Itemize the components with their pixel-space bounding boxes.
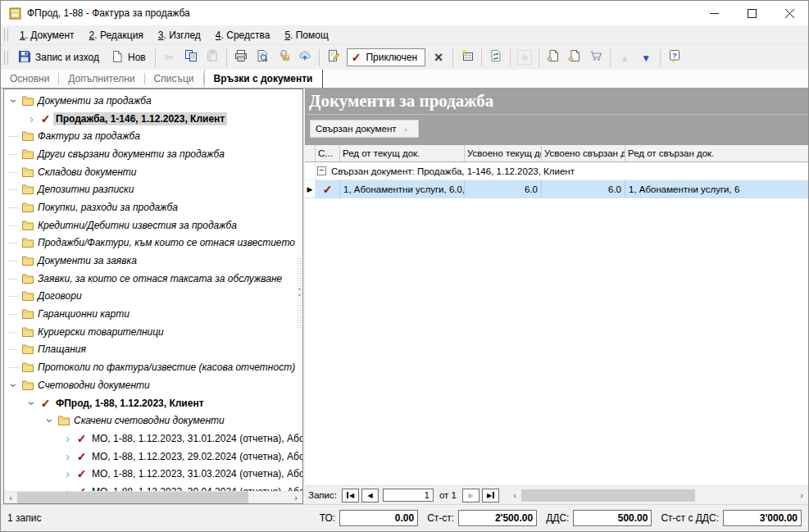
scroll-right-icon[interactable]: › xyxy=(795,490,808,501)
toolbar-grip[interactable] xyxy=(4,51,8,65)
chevron-down-icon[interactable]: › xyxy=(26,397,38,409)
column-header[interactable]: Усвоено текущ док. xyxy=(465,145,542,161)
menu-item-5[interactable]: 5. Помощ xyxy=(277,27,335,43)
scroll-right-icon[interactable]: › xyxy=(289,493,302,503)
copy-button[interactable] xyxy=(180,48,202,67)
attachments-button[interactable] xyxy=(273,48,294,67)
table-row[interactable]: ▶✓1, Абонаментни услуги, 6.0, бр6.06.01,… xyxy=(305,180,808,198)
tree-item[interactable]: ›Документи за продажба xyxy=(4,92,302,110)
row-indicator-header xyxy=(305,145,316,161)
toolbar-separator xyxy=(510,49,511,66)
tree-item[interactable]: ›✓ФПрод, 1-88, 1.12.2023, Клиент xyxy=(4,394,302,412)
new-table-button[interactable] xyxy=(457,48,478,67)
tree-horizontal-scrollbar[interactable]: ‹ › xyxy=(4,491,302,503)
chevron-down-icon[interactable]: › xyxy=(8,94,20,107)
tab-vrazki-s-dokumenti[interactable]: Връзки с документи xyxy=(204,70,323,88)
scroll-left-icon[interactable]: ‹ xyxy=(4,493,17,503)
clear-button[interactable]: × xyxy=(428,48,449,67)
tree-item-label: Продажба, 1-146, 1.12.2023, Клиент xyxy=(53,112,227,125)
arrow-down-icon: ▼ xyxy=(641,50,651,65)
last-record-button[interactable]: ▶ xyxy=(482,489,499,502)
status-field-value[interactable]: 2'500.00 xyxy=(458,510,537,526)
menu-item-1[interactable]: 1. Документ xyxy=(12,27,82,43)
tree-item[interactable]: Протоколи по фактура/известие (касова от… xyxy=(4,358,302,376)
doc-copy2-button[interactable] xyxy=(564,48,585,67)
grid-horizontal-scrollbar[interactable]: ‹ › xyxy=(508,489,808,502)
new-button-label: Нов xyxy=(128,52,146,63)
tree-item[interactable]: Продажби/Фактури, към които се отнася из… xyxy=(4,234,302,252)
tree-item[interactable]: Складови документи xyxy=(4,163,302,181)
tab-osnovni[interactable]: Основни xyxy=(1,70,58,88)
help-button[interactable]: ? xyxy=(664,48,685,67)
cart-icon xyxy=(589,49,602,66)
chevron-right-icon[interactable]: › xyxy=(61,451,74,462)
minimize-button[interactable] xyxy=(695,1,733,25)
scroll-left-icon[interactable]: ‹ xyxy=(508,490,521,501)
print-preview-button[interactable] xyxy=(252,48,273,67)
status-field-value[interactable]: 500.00 xyxy=(573,510,652,526)
maximize-button[interactable] xyxy=(733,1,770,25)
record-number-input[interactable] xyxy=(383,489,434,502)
tree-item[interactable]: Плащания xyxy=(4,341,302,359)
move-down-button[interactable]: ▼ xyxy=(635,48,657,67)
scrollbar-thumb[interactable] xyxy=(521,489,695,502)
tree-item[interactable]: Депозитни разписки xyxy=(4,180,302,198)
first-record-button[interactable]: ◀ xyxy=(342,489,359,502)
chevron-right-icon[interactable]: › xyxy=(25,113,38,125)
tree-item[interactable]: Гаранционни карти xyxy=(4,305,302,323)
tree-item[interactable]: Фактури за продажба xyxy=(4,127,302,145)
edit-note-button[interactable] xyxy=(323,48,344,67)
chevron-right-icon[interactable]: › xyxy=(61,468,74,480)
tree-item-label: Складови документи xyxy=(35,166,139,179)
tree-item[interactable]: ›Счетоводни документи xyxy=(4,376,302,394)
chevron-down-icon[interactable]: › xyxy=(8,379,20,391)
tree-item[interactable]: ›✓МО, 1-88, 1.12.2023, 30.04.2024 (отчет… xyxy=(4,483,302,491)
tree-item[interactable]: ›✓МО, 1-88, 1.12.2023, 31.03.2024 (отчет… xyxy=(4,465,302,483)
cart-button[interactable] xyxy=(585,48,607,67)
chevron-right-icon[interactable]: › xyxy=(61,433,74,444)
arrow-up-icon: ▲ xyxy=(620,50,629,65)
tree-item[interactable]: ›Скачени счетоводни документи xyxy=(4,412,302,430)
collapse-group-icon[interactable]: − xyxy=(317,166,326,175)
menu-item-3[interactable]: 3. Изглед xyxy=(151,27,208,43)
tree-item[interactable]: Договори xyxy=(4,288,302,306)
tree-item[interactable]: Куриерски товарителници xyxy=(4,323,302,341)
tab-spisaci[interactable]: Списъци xyxy=(145,70,203,88)
tree-item[interactable]: ›✓МО, 1-88, 1.12.2023, 29.02.2024 (отчет… xyxy=(4,448,302,466)
scrollbar-thumb[interactable] xyxy=(17,492,248,504)
upload-button[interactable] xyxy=(294,48,316,67)
refresh-button[interactable] xyxy=(485,48,507,67)
completed-toggle[interactable]: ✓Приключен xyxy=(347,48,425,66)
tab-dopalnitelni[interactable]: Допълнителни xyxy=(59,70,143,88)
print-button[interactable] xyxy=(230,48,252,67)
status-field-value[interactable]: 3'000.00 xyxy=(723,510,802,526)
tree-item-label: Счетоводни документи xyxy=(35,379,152,392)
tree-item[interactable]: ›✓МО, 1-88, 1.12.2023, 31.01.2024 (отчет… xyxy=(4,430,302,448)
tree-item[interactable]: ›✓Продажба, 1-146, 1.12.2023, Клиент xyxy=(4,110,302,128)
status-field-value[interactable]: 0.00 xyxy=(339,510,418,526)
chevron-down-icon[interactable]: › xyxy=(44,415,56,427)
save-and-exit-button[interactable]: Запис и изход xyxy=(12,48,105,67)
tree-item[interactable]: Заявки, за които се отнася таксата за об… xyxy=(4,270,302,288)
close-button[interactable] xyxy=(770,1,808,25)
column-header[interactable]: С... xyxy=(316,145,340,161)
menu-item-2[interactable]: 2. Редакция xyxy=(82,27,151,43)
tree-item[interactable]: Кредитни/Дебитни известия за продажба xyxy=(4,216,302,234)
column-header[interactable]: Ред от свързан док. xyxy=(625,145,808,161)
document-tree-pane: ›Документи за продажба›✓Продажба, 1-146,… xyxy=(3,89,303,504)
tree-vertical-scrollbar[interactable] xyxy=(297,257,302,330)
delete-x-icon: × xyxy=(434,50,443,66)
menu-grip[interactable] xyxy=(4,28,8,42)
tree-item[interactable]: Други свързани документи за продажба xyxy=(4,145,302,163)
tree-item[interactable]: Покупки, разходи за продажба xyxy=(4,198,302,216)
group-by-chip[interactable]: Свързан документ ▲ xyxy=(310,120,419,138)
new-button[interactable]: Нов xyxy=(105,48,152,67)
column-header[interactable]: Ред от текущ док. xyxy=(340,145,465,161)
table-cell: 1, Абонаментни услуги, 6.0, бр xyxy=(340,180,465,198)
tree-item-label: Скачени счетоводни документи xyxy=(71,414,227,427)
tree-item[interactable]: Документи за заявка xyxy=(4,252,302,270)
prev-record-button[interactable]: ◀ xyxy=(361,489,379,502)
doc-copy-button[interactable] xyxy=(543,48,564,67)
menu-item-4[interactable]: 4. Средства xyxy=(208,27,278,43)
column-header[interactable]: Усвоено свързан док. xyxy=(542,145,625,161)
